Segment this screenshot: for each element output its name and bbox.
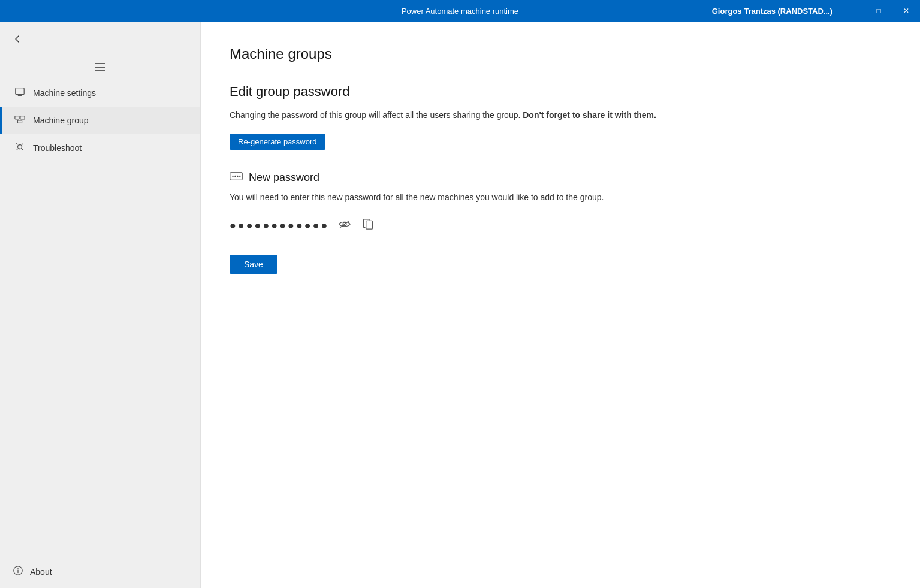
page-title: Machine groups (230, 46, 891, 62)
title-bar-user: Giorgos Trantzas (RANDSTAD...) (712, 7, 832, 16)
copy-password-button[interactable] (360, 216, 376, 236)
window-controls: — □ ✕ (837, 0, 920, 22)
machine-group-label: Machine group (33, 116, 89, 125)
svg-rect-2 (20, 116, 25, 119)
maximize-button[interactable]: □ (865, 0, 892, 22)
hamburger-icon (95, 63, 105, 71)
hamburger-button[interactable] (0, 59, 200, 77)
back-button[interactable] (10, 31, 25, 50)
svg-point-11 (239, 176, 240, 177)
sidebar-item-machine-settings[interactable]: Machine settings (0, 79, 200, 107)
svg-rect-13 (366, 221, 373, 229)
show-password-button[interactable] (336, 217, 353, 234)
svg-point-9 (234, 176, 236, 177)
password-description: You will need to enter this new password… (230, 191, 891, 204)
regenerate-password-button[interactable]: Re-generate password (230, 134, 325, 150)
title-bar-title: Power Automate machine runtime (307, 7, 614, 16)
description-text: Changing the password of this group will… (230, 109, 891, 122)
svg-rect-0 (16, 88, 24, 95)
password-field-row: ●●●●●●●●●●●● (230, 216, 891, 236)
sidebar: Machine settings Machine group (0, 22, 201, 588)
svg-rect-1 (15, 116, 19, 119)
eye-icon (339, 219, 351, 229)
machine-settings-icon (14, 86, 26, 99)
machine-group-icon (14, 114, 26, 127)
machine-settings-label: Machine settings (33, 88, 96, 98)
title-bar: Power Automate machine runtime Giorgos T… (0, 0, 920, 22)
main-content: Machine groups Edit group password Chang… (201, 22, 920, 588)
minimize-button[interactable]: — (837, 0, 865, 22)
svg-point-10 (237, 176, 238, 177)
sidebar-item-troubleshoot[interactable]: Troubleshoot (0, 134, 200, 162)
svg-rect-3 (17, 120, 22, 123)
svg-point-8 (232, 176, 233, 177)
about-label: About (30, 567, 52, 577)
troubleshoot-label: Troubleshoot (33, 143, 82, 153)
new-password-section: New password You will need to enter this… (230, 171, 891, 236)
app-container: Machine settings Machine group (0, 22, 920, 588)
save-button[interactable]: Save (230, 255, 277, 274)
close-button[interactable]: ✕ (892, 0, 920, 22)
password-field-icon (230, 171, 243, 184)
about-item[interactable]: About (0, 556, 200, 588)
about-icon (12, 565, 24, 578)
copy-icon (363, 218, 373, 230)
sidebar-nav: Machine settings Machine group (0, 79, 200, 162)
new-password-heading: New password (249, 171, 319, 184)
back-icon (12, 34, 23, 44)
svg-point-6 (17, 568, 19, 569)
sidebar-top (0, 26, 200, 55)
new-password-title: New password (230, 171, 891, 184)
password-dots: ●●●●●●●●●●●● (230, 219, 329, 232)
troubleshoot-icon (14, 141, 26, 155)
sidebar-item-machine-group[interactable]: Machine group (0, 107, 200, 134)
section-title: Edit group password (230, 84, 891, 99)
